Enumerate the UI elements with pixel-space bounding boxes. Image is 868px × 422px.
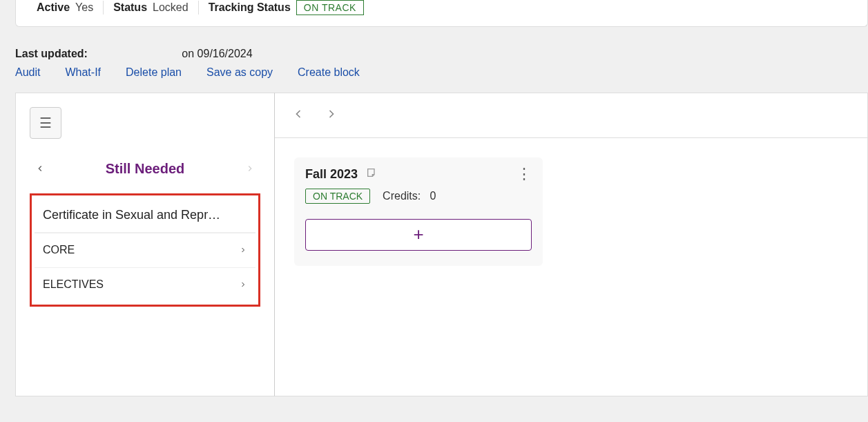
- credits-value: 0: [430, 190, 436, 202]
- requirements-highlight-box: Certificate in Sexual and Repr… CORE ELE…: [30, 193, 260, 307]
- save-as-copy-link[interactable]: Save as copy: [206, 66, 273, 79]
- last-updated-on: on: [179, 48, 197, 59]
- requirement-item-electives[interactable]: ELECTIVES: [35, 267, 255, 302]
- sidebar-next-button: [242, 158, 258, 180]
- plan-actions: Audit What-If Delete plan Save as copy C…: [15, 66, 868, 79]
- hamburger-icon: ☰: [39, 115, 52, 131]
- add-course-button[interactable]: +: [305, 219, 532, 251]
- credits-label: Credits:: [383, 190, 421, 202]
- chevron-right-icon: [239, 243, 247, 258]
- tracking-status-label: Tracking Status: [209, 1, 291, 14]
- chevron-left-icon: [291, 107, 305, 121]
- requirement-item-core[interactable]: CORE: [35, 233, 255, 267]
- tracking-field: Tracking Status ON TRACK: [209, 0, 364, 15]
- create-block-link[interactable]: Create block: [298, 66, 360, 79]
- delete-plan-link[interactable]: Delete plan: [126, 66, 182, 79]
- sidebar-menu-button[interactable]: ☰: [30, 107, 61, 139]
- last-updated-line: Last updated: on 09/16/2024: [15, 48, 868, 61]
- active-label: Active: [37, 1, 70, 14]
- term-card: Fall 2023 ⋮ ON TRACK Credits: 0: [294, 157, 543, 266]
- chevron-left-icon: [35, 164, 45, 173]
- plus-icon: +: [413, 224, 423, 245]
- requirement-label: CORE: [43, 244, 75, 256]
- requirement-label: ELECTIVES: [43, 278, 104, 291]
- last-updated-label: Last updated:: [15, 48, 88, 59]
- status-label: Status: [113, 1, 147, 14]
- sidebar-nav: Still Needed: [30, 158, 260, 180]
- last-updated-date: 09/16/2024: [197, 48, 253, 59]
- sidebar-prev-button[interactable]: [32, 158, 48, 180]
- active-field: Active Yes: [37, 1, 93, 14]
- whatif-link[interactable]: What-If: [65, 66, 101, 79]
- audit-link[interactable]: Audit: [15, 66, 40, 79]
- main-panel: Fall 2023 ⋮ ON TRACK Credits: 0: [275, 93, 868, 396]
- term-next-button[interactable]: [325, 106, 338, 125]
- divider: [103, 1, 104, 15]
- term-nav: [275, 93, 867, 138]
- term-prev-button[interactable]: [291, 106, 305, 125]
- last-updated-user-redacted: [88, 48, 179, 61]
- chevron-right-icon: [245, 164, 255, 173]
- sidebar-title: Still Needed: [106, 161, 184, 177]
- sidebar-panel: ☰ Still Needed Certificate in Sexual and…: [15, 93, 275, 396]
- tracking-status-badge: ON TRACK: [296, 0, 364, 15]
- term-title: Fall 2023: [305, 167, 358, 182]
- status-value: Locked: [153, 1, 189, 14]
- kebab-icon: ⋮: [517, 165, 532, 182]
- term-menu-button[interactable]: ⋮: [517, 171, 532, 178]
- plan-summary-banner: Active Yes Status Locked Tracking Status…: [15, 0, 868, 27]
- active-value: Yes: [75, 1, 93, 14]
- chevron-right-icon: [325, 107, 338, 121]
- term-credits: Credits: 0: [383, 190, 436, 202]
- divider: [198, 1, 199, 15]
- program-title: Certificate in Sexual and Repr…: [35, 198, 255, 233]
- chevron-right-icon: [239, 278, 247, 292]
- term-status-badge: ON TRACK: [305, 189, 370, 204]
- note-icon[interactable]: [366, 167, 377, 181]
- status-field: Status Locked: [113, 1, 189, 14]
